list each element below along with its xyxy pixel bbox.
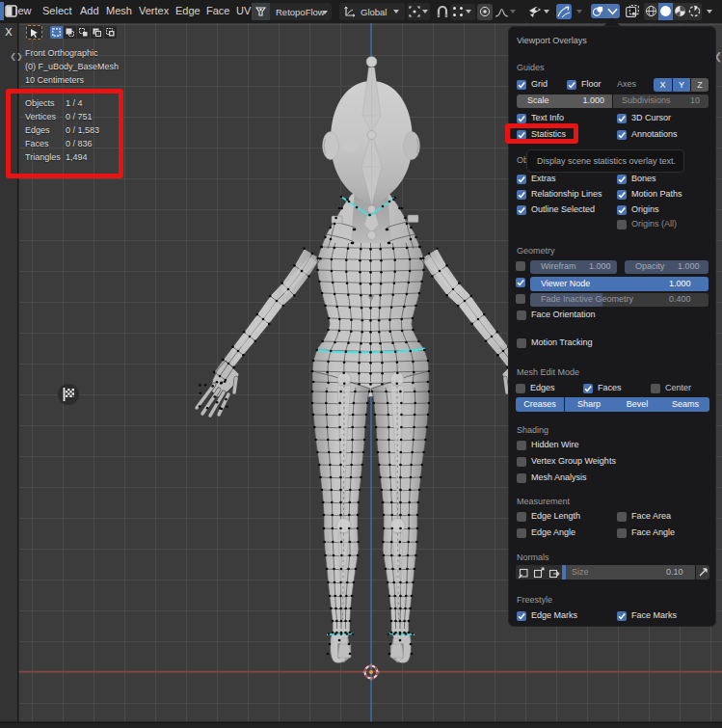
svg-text:X: X: [5, 26, 13, 38]
svg-text:❮❯: ❮❯: [10, 52, 22, 61]
